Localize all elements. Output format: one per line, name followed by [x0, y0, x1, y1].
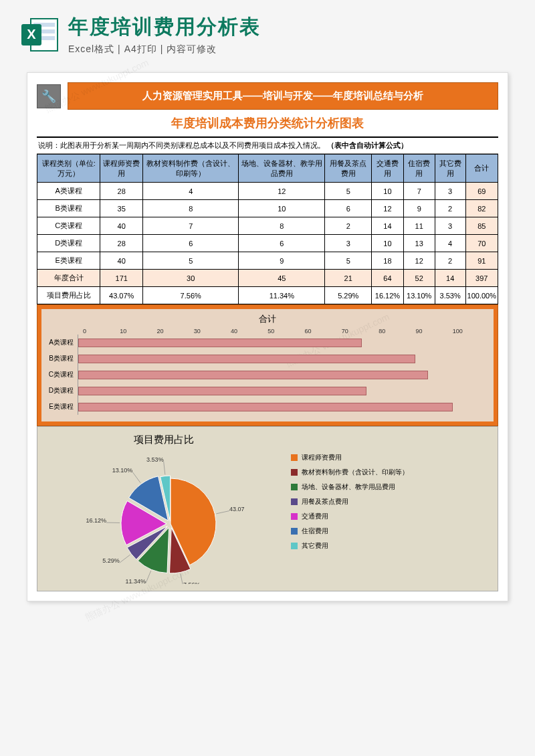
- bar-fill: [78, 355, 415, 363]
- bar-row: E类课程: [45, 399, 490, 415]
- bar-fill: [78, 371, 428, 379]
- legend-item: 场地、设备器材、教学用品费用: [291, 483, 491, 491]
- row-label: 年度合计: [37, 270, 100, 287]
- legend-swatch: [291, 484, 298, 490]
- axis-tick: 30: [194, 328, 231, 335]
- cell: 45: [239, 270, 325, 287]
- cell: 2: [435, 252, 465, 270]
- cell: 5: [325, 183, 372, 200]
- chart-title: 年度培训成本费用分类统计分析图表: [37, 115, 498, 131]
- table-header: 用餐及茶点费用: [325, 155, 372, 183]
- bar-fill: [78, 387, 366, 395]
- axis-tick: 0: [83, 328, 120, 335]
- axis-tick: 20: [157, 328, 194, 335]
- legend-swatch: [291, 528, 298, 535]
- sum-row: 年度合计171304521645214397: [37, 270, 498, 287]
- header-text: 年度培训费用分析表 Excel格式 | A4打印 | 内容可修改: [68, 13, 515, 56]
- description-bold: （表中含自动计算公式）: [327, 141, 408, 149]
- cell: 91: [465, 252, 498, 270]
- cell: 2: [435, 200, 465, 217]
- axis-tick: 90: [415, 328, 452, 335]
- legend-swatch: [291, 513, 298, 520]
- table-header: 课程师资费用: [100, 155, 143, 183]
- bar-label: B类课程: [45, 354, 78, 363]
- pie-chart: 项目费用占比 43.07%7.56%11.34%5.29%16.12%13.10…: [37, 426, 498, 591]
- cell: 397: [465, 270, 498, 287]
- cell: 10: [239, 200, 325, 217]
- legend-label: 其它费用: [302, 542, 328, 550]
- pie-slice-label: 11.34%: [126, 578, 146, 584]
- cell: 7.56%: [142, 287, 238, 304]
- legend-item: 教材资料制作费（含设计、印刷等）: [291, 468, 491, 476]
- cell: 64: [372, 270, 403, 287]
- bar-fill: [78, 403, 453, 411]
- pie-chart-svg: 43.07%7.56%11.34%5.29%16.12%13.10%3.53%: [84, 450, 244, 584]
- cell: 12: [372, 200, 403, 217]
- banner-row: 🔧 人力资源管理实用工具——培训与开发——年度培训总结与分析: [37, 82, 498, 110]
- pie-slice-label: 3.53%: [147, 456, 165, 463]
- row-label: C类课程: [37, 217, 100, 235]
- svg-text:X: X: [27, 27, 36, 41]
- cell: 69: [465, 183, 498, 200]
- cell: 8: [239, 217, 325, 235]
- cell: 30: [142, 270, 238, 287]
- cell: 5.29%: [325, 287, 372, 304]
- table-header: 交通费用: [372, 155, 403, 183]
- cell: 35: [100, 200, 143, 217]
- legend-item: 住宿费用: [291, 527, 491, 535]
- cell: 10: [372, 183, 403, 200]
- cell: 4: [142, 183, 238, 200]
- cell: 2: [325, 217, 372, 235]
- table-row: E类课程405951812291: [37, 252, 498, 270]
- cell: 6: [239, 235, 325, 252]
- cell: 16.12%: [372, 287, 403, 304]
- banner-title: 人力资源管理实用工具——培训与开发——年度培训总结与分析: [68, 82, 498, 110]
- pie-chart-legend: 课程师资费用教材资料制作费（含设计、印刷等）场地、设备器材、教学用品费用用餐及茶…: [291, 434, 491, 584]
- bar-chart-axis: 0102030405060708090100: [45, 328, 490, 335]
- table-row: A类课程284125107369: [37, 183, 498, 200]
- cell: 9: [403, 200, 435, 217]
- bar-row: A类课程: [45, 335, 490, 351]
- table-row: D类课程286631013470: [37, 235, 498, 252]
- svg-line-8: [146, 571, 151, 583]
- bar-label: D类课程: [45, 386, 78, 395]
- excel-icon: X: [20, 15, 60, 55]
- bar-track: [78, 383, 490, 399]
- description-row: 说明：此图表用于分析某一周期内不同类别课程总成本以及不同费用项目成本投入情况。 …: [37, 136, 498, 154]
- cell: 13: [403, 235, 435, 252]
- cell: 18: [372, 252, 403, 270]
- svg-line-6: [217, 511, 230, 514]
- cell: 14: [435, 270, 465, 287]
- legend-item: 其它费用: [291, 542, 491, 550]
- axis-tick: 80: [379, 328, 415, 335]
- row-label: 项目费用占比: [37, 287, 100, 304]
- legend-item: 用餐及茶点费用: [291, 498, 491, 506]
- pie-chart-title: 项目费用占比: [44, 434, 284, 446]
- row-label: D类课程: [37, 235, 100, 252]
- cell: 12: [239, 183, 325, 200]
- pie-slice-label: 13.10%: [112, 467, 133, 474]
- bar-track: [78, 335, 490, 351]
- description-text: 说明：此图表用于分析某一周期内不同类别课程总成本以及不同费用项目成本投入情况。: [38, 141, 325, 149]
- pie-chart-left: 项目费用占比 43.07%7.56%11.34%5.29%16.12%13.10…: [44, 434, 284, 584]
- table-header: 住宿费用: [403, 155, 435, 183]
- cell: 3: [325, 235, 372, 252]
- cell: 82: [465, 200, 498, 217]
- bar-track: [78, 351, 490, 367]
- table-header: 场地、设备器材、教学用品费用: [239, 155, 325, 183]
- cell: 6: [142, 235, 238, 252]
- row-label: E类课程: [37, 252, 100, 270]
- legend-swatch: [291, 498, 298, 505]
- axis-tick: 50: [268, 328, 304, 335]
- data-table: 课程类别（单位:万元）课程师资费用教材资料制作费（含设计、印刷等）场地、设备器材…: [37, 154, 498, 304]
- cell: 100.00%: [465, 287, 498, 304]
- legend-label: 交通费用: [302, 512, 328, 521]
- svg-line-9: [120, 555, 130, 563]
- legend-item: 课程师资费用: [291, 454, 491, 462]
- axis-tick: 10: [120, 328, 156, 335]
- bar-label: C类课程: [45, 370, 78, 379]
- legend-label: 住宿费用: [302, 527, 328, 535]
- bar-row: B类课程: [45, 351, 490, 367]
- cell: 8: [142, 200, 238, 217]
- cell: 6: [325, 200, 372, 217]
